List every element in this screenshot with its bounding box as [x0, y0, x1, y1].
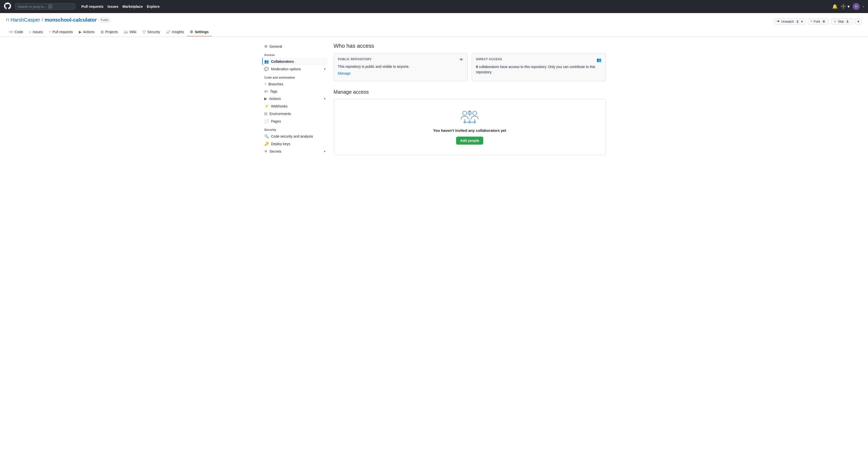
tab-pull-requests[interactable]: ⑂ Pull requests	[46, 28, 76, 36]
nav-pull-requests[interactable]: Pull requests	[82, 4, 103, 8]
sidebar-webhooks-label: Webhooks	[271, 104, 287, 108]
direct-access-count: 0	[476, 65, 478, 69]
tab-code-label: Code	[14, 30, 23, 34]
pages-icon: 📄	[264, 119, 269, 124]
settings-icon: ⚙	[190, 30, 193, 34]
more-icon: ▾	[858, 20, 859, 23]
actions-icon: ▶	[79, 30, 82, 34]
sidebar-item-moderation[interactable]: 💬 Moderation options ▾	[262, 65, 328, 73]
sidebar-pages-label: Pages	[271, 119, 281, 123]
sidebar-item-webhooks[interactable]: ⚡ Webhooks	[262, 102, 328, 110]
moderation-icon: 💬	[264, 67, 269, 71]
access-cards: PUBLIC REPOSITORY 👁 This repository is p…	[334, 53, 606, 81]
repo-name[interactable]: monschool-calculator	[44, 17, 97, 23]
fork-icon: ⑂	[810, 20, 812, 23]
eye-icon: 👁	[777, 20, 780, 23]
add-people-button[interactable]: Add people	[456, 136, 483, 145]
sidebar-access-section: Access	[262, 50, 328, 58]
deploy-keys-icon: 🔑	[264, 142, 269, 146]
unwatch-button[interactable]: 👁 Unwatch 1 ▾	[774, 18, 806, 25]
sidebar-code-automation-section: Code and automation	[262, 73, 328, 80]
sidebar-item-collaborators[interactable]: 👥 Collaborators	[262, 58, 328, 65]
tab-actions[interactable]: ▶ Actions	[76, 28, 98, 36]
moderation-chevron: ▾	[324, 67, 326, 71]
more-button[interactable]: ▾	[855, 18, 862, 25]
manage-access-box: You haven't invited any collaborators ye…	[334, 99, 606, 155]
sidebar-item-environments[interactable]: ⊟ Environments	[262, 110, 328, 118]
page-layout: ⚙ General Access 👥 Collaborators 💬 Moder…	[258, 37, 610, 161]
nav-marketplace[interactable]: Marketplace	[123, 4, 143, 8]
sidebar-security-section: Security	[262, 125, 328, 132]
sidebar-item-deploy-keys[interactable]: 🔑 Deploy keys	[262, 140, 328, 148]
webhooks-icon: ⚡	[264, 104, 269, 108]
top-nav-right: 🔔 ➕ ▾ H ▾	[832, 3, 864, 10]
pr-icon: ⑂	[49, 30, 51, 34]
sidebar-tags-label: Tags	[270, 89, 278, 93]
projects-icon: ⊞	[101, 30, 104, 34]
secrets-chevron: ▾	[324, 150, 326, 153]
main-content: Who has access PUBLIC REPOSITORY 👁 This …	[334, 43, 606, 155]
repo-owner[interactable]: HarshCasper	[10, 17, 40, 23]
avatar[interactable]: H	[853, 3, 860, 10]
tab-insights[interactable]: 📈 Insights	[163, 28, 187, 36]
tab-security[interactable]: 🛡 Security	[140, 28, 163, 36]
svg-point-2	[469, 113, 470, 114]
branches-icon: ⑂	[264, 82, 267, 86]
collab-illustration	[460, 109, 480, 124]
collaborators-icon: 👥	[264, 59, 269, 64]
sidebar-item-code-security[interactable]: 🔍 Code security and analysis	[262, 132, 328, 140]
public-repo-text: This repository is public and visible to…	[338, 64, 463, 69]
breadcrumb-row: ⊓ HarshCasper / monschool-calculator Pub…	[6, 17, 862, 26]
tab-insights-label: Insights	[172, 30, 184, 34]
sidebar-item-actions[interactable]: ▶ Actions ▾	[262, 95, 328, 102]
tab-pr-label: Pull requests	[53, 30, 73, 34]
manage-access-title: Manage access	[334, 89, 606, 95]
people-card-icon: 👥	[596, 58, 601, 62]
svg-point-6	[474, 122, 475, 123]
insights-icon: 📈	[166, 30, 170, 34]
tab-projects[interactable]: ⊞ Projects	[98, 28, 121, 36]
fork-button[interactable]: ⑂ Fork 0	[808, 18, 829, 25]
repo-tabs: <> Code ○ Issues ⑂ Pull requests ▶ Actio…	[6, 28, 862, 36]
avatar-chevron[interactable]: ▾	[863, 5, 864, 8]
sidebar-item-tags[interactable]: 🏷 Tags	[262, 88, 328, 95]
tab-wiki-label: Wiki	[130, 30, 136, 34]
actions-chevron: ▾	[324, 97, 326, 100]
sidebar-item-pages[interactable]: 📄 Pages	[262, 118, 328, 125]
sidebar-moderation-label: Moderation options	[271, 67, 301, 71]
notifications-icon[interactable]: 🔔	[832, 4, 838, 9]
tab-settings[interactable]: ⚙ Settings	[187, 28, 212, 36]
actions-sidebar-icon: ▶	[264, 96, 267, 101]
star-count: 1	[845, 20, 850, 23]
breadcrumb-separator: /	[42, 17, 43, 23]
github-logo[interactable]	[4, 2, 11, 11]
add-icon[interactable]: ➕ ▾	[841, 4, 850, 9]
sidebar-collaborators-label: Collaborators	[271, 60, 294, 64]
sidebar-secrets-label: Secrets	[270, 149, 281, 153]
code-icon: <>	[9, 30, 13, 34]
nav-issues[interactable]: Issues	[107, 4, 119, 8]
manage-link[interactable]: Manage	[338, 71, 351, 75]
issues-icon: ○	[29, 30, 31, 34]
svg-point-3	[473, 111, 477, 115]
tab-code[interactable]: <> Code	[6, 28, 26, 36]
sidebar-item-secrets[interactable]: ✳ Secrets ▾	[262, 148, 328, 155]
repo-visibility-badge: Public	[98, 18, 111, 23]
unwatch-chevron: ▾	[801, 20, 803, 23]
sidebar-item-branches[interactable]: ⑂ Branches	[262, 80, 328, 88]
tab-actions-label: Actions	[83, 30, 95, 34]
sidebar-code-security-label: Code security and analysis	[271, 134, 313, 138]
public-repo-label: PUBLIC REPOSITORY	[338, 58, 372, 61]
code-security-icon: 🔍	[264, 134, 269, 138]
sidebar-item-general[interactable]: ⚙ General	[262, 43, 328, 50]
wiki-icon: 📖	[124, 30, 128, 34]
tags-icon: 🏷	[264, 89, 268, 93]
nav-explore[interactable]: Explore	[147, 4, 159, 8]
tab-issues[interactable]: ○ Issues	[26, 28, 46, 36]
star-button[interactable]: ☆ Star 1	[831, 18, 853, 25]
svg-point-0	[463, 111, 467, 115]
tab-wiki[interactable]: 📖 Wiki	[121, 28, 139, 36]
sidebar-general-label: General	[270, 44, 282, 49]
search-bar[interactable]: Search or jump to... /	[15, 3, 75, 10]
direct-access-suffix: collaborators have access to this reposi…	[476, 65, 595, 74]
